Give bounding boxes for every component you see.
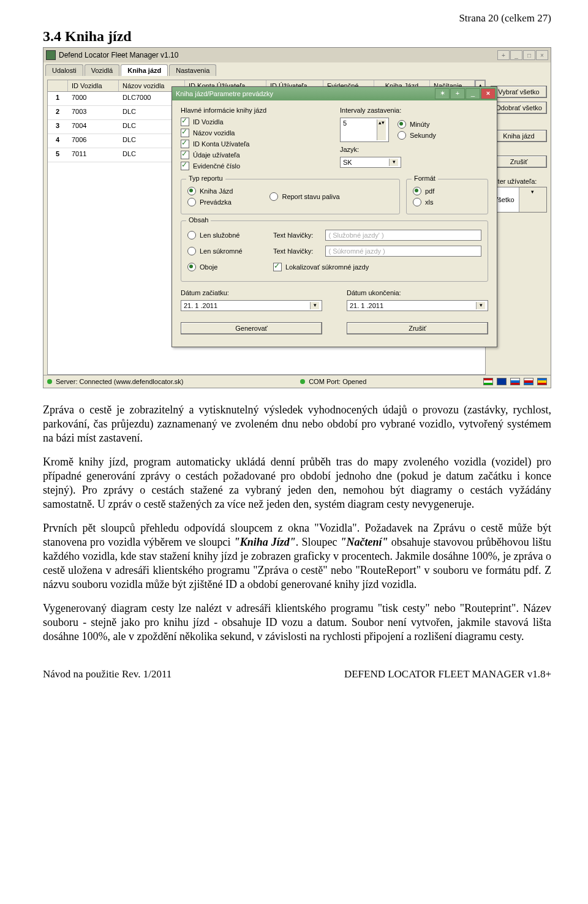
plus-window-button[interactable]: + xyxy=(497,50,510,60)
check-label: Názov vozidla xyxy=(193,129,235,137)
flag-hu-icon[interactable] xyxy=(483,378,493,385)
dialog-cancel-button[interactable]: Zrušiť xyxy=(347,322,488,334)
flag-ro-icon[interactable] xyxy=(537,378,547,385)
label-kniha-jazd: Kniha Jázd xyxy=(200,187,233,195)
maximize-button[interactable]: □ xyxy=(523,50,535,60)
date-start-label: Dátum začiatku: xyxy=(181,289,322,296)
filter-label: Filter užívateľa: xyxy=(491,178,547,185)
date-end-label: Dátum ukončenia: xyxy=(347,289,488,296)
radio-seconds[interactable] xyxy=(398,131,406,140)
check-údaje-užívateľa[interactable] xyxy=(181,151,189,159)
paragraph-3: Prvních pět sloupců přehledu odpovídá sl… xyxy=(43,521,551,592)
cancel-button[interactable]: Zrušiť xyxy=(491,156,547,168)
generate-button[interactable]: Generovať xyxy=(181,322,322,334)
format-legend: Formát xyxy=(412,175,438,182)
dialog-titlebar: Kniha jázd/Parametre prevádzky ✶ + _ × xyxy=(172,87,497,100)
intervals-label: Intervaly zastavenia: xyxy=(340,107,488,114)
filter-select[interactable]: < Všetko >▾ xyxy=(491,187,547,213)
footer-left: Návod na použitie Rev. 1/2011 xyxy=(43,668,172,680)
tab-udalosti[interactable]: Udalosti xyxy=(45,64,83,76)
col-blank[interactable] xyxy=(48,80,68,91)
radio-minutes[interactable] xyxy=(398,120,406,129)
header2-input[interactable]: ( Súkromné jazdy ) xyxy=(325,246,481,257)
radio-oboje[interactable] xyxy=(187,263,196,271)
outer-tabs: Udalosti Vozidlá Kniha jázd Nastavenia xyxy=(43,62,551,76)
fieldset-format: Formát pdf xls xyxy=(406,179,488,214)
lang-select[interactable]: SK▾ xyxy=(340,157,401,168)
lang-label: Jazyk: xyxy=(340,146,488,153)
close-button[interactable]: × xyxy=(536,50,548,60)
minimize-button[interactable]: _ xyxy=(510,50,522,60)
label-prevadzka: Prevádzka xyxy=(200,198,232,206)
check-label: Údaje užívateľa xyxy=(193,151,240,159)
header1-input[interactable]: ( Služobné jazdy' ) xyxy=(325,230,481,241)
titlebar: Defend Locator Fleet Manager v1.10 + _ □… xyxy=(43,48,551,62)
label-xls: xls xyxy=(425,198,433,206)
radio-xls[interactable] xyxy=(413,198,421,206)
dialog-minimize[interactable]: _ xyxy=(466,88,480,99)
paragraph-2: Kromě knihy jízd, program automaticky uk… xyxy=(43,455,551,511)
side-panel: Vybrať všetko Odobrať všetko Kniha jázd … xyxy=(491,80,547,375)
com-status-icon xyxy=(300,379,305,384)
flag-sk-icon[interactable] xyxy=(510,378,520,385)
check-label: ID Vozidla xyxy=(193,118,224,126)
kniha-jazd-button[interactable]: Kniha jázd xyxy=(491,130,547,142)
label-lokalizovat: Lokalizovať súkromné jazdy xyxy=(285,263,369,271)
radio-report-paliva[interactable] xyxy=(270,192,278,201)
dialog-winbutton-2[interactable]: + xyxy=(450,88,465,99)
paragraph-1: Zpráva o cestě je zobrazitelný a vytiskn… xyxy=(43,403,551,445)
footer-right: DEFEND LOCATOR FLEET MANAGER v1.8+ xyxy=(344,668,551,680)
interval-input[interactable]: 5▴▾ xyxy=(340,118,389,142)
tab-kniha-jazd[interactable]: Kniha jázd xyxy=(121,64,168,76)
app-title: Defend Locator Fleet Manager v1.10 xyxy=(59,51,178,59)
main-info-label: Hlavné informácie knihy jázd xyxy=(181,107,329,114)
check-label: Evidenčné číslo xyxy=(193,162,240,170)
paragraph-4: Vygenerovaný diagram cesty lze nalézt v … xyxy=(43,601,551,644)
fieldset-obsah: Obsah Len služobné Text hlavičky: ( Služ… xyxy=(181,220,488,282)
typ-legend: Typ reportu xyxy=(186,175,225,182)
label-len-sluzobne: Len služobné xyxy=(200,232,239,239)
radio-len-sukromne[interactable] xyxy=(187,247,196,255)
flag-uk-icon[interactable] xyxy=(497,378,507,385)
app-window: Defend Locator Fleet Manager v1.10 + _ □… xyxy=(43,47,551,388)
radio-len-sluzobne[interactable] xyxy=(187,231,196,239)
radio-pdf[interactable] xyxy=(413,187,421,195)
dialog-title: Kniha jázd/Parametre prevádzky xyxy=(176,90,273,97)
label-seconds: Sekundy xyxy=(410,132,436,139)
label-oboje: Oboje xyxy=(200,263,217,271)
label-pdf: pdf xyxy=(425,187,434,195)
server-status: Server: Connected (www.defendlocator.sk) xyxy=(56,378,184,385)
text-hlavicky-2: Text hlavičky: xyxy=(273,247,313,255)
radio-prevadzka[interactable] xyxy=(187,198,196,206)
check-názov-vozidla[interactable] xyxy=(181,129,189,137)
label-minutes: Minúty xyxy=(410,121,429,128)
dialog-winbutton-1[interactable]: ✶ xyxy=(435,88,450,99)
check-evidenčné-číslo[interactable] xyxy=(181,162,189,170)
flag-cz-icon[interactable] xyxy=(524,378,533,385)
select-all-button[interactable]: Vybrať všetko xyxy=(491,86,547,98)
deselect-all-button[interactable]: Odobrať všetko xyxy=(491,102,547,114)
statusbar: Server: Connected (www.defendlocator.sk)… xyxy=(43,375,551,388)
label-report-paliva: Report stavu paliva xyxy=(282,193,339,200)
page-number: Strana 20 (celkem 27) xyxy=(43,12,551,24)
tab-nastavenia[interactable]: Nastavenia xyxy=(169,64,216,76)
check-id-vozidla[interactable] xyxy=(181,118,189,126)
server-status-icon xyxy=(47,379,52,384)
check-label: ID Konta Užívateľa xyxy=(193,140,249,148)
radio-kniha-jazd[interactable] xyxy=(187,187,196,195)
report-params-dialog: Kniha jázd/Parametre prevádzky ✶ + _ × H… xyxy=(172,86,497,347)
fieldset-typ-reportu: Typ reportu Kniha Jázd Prevádzka Report … xyxy=(181,179,400,214)
app-icon xyxy=(46,50,56,60)
dialog-close[interactable]: × xyxy=(481,88,496,99)
check-id-konta-užívateľa[interactable] xyxy=(181,140,189,148)
section-heading: 3.4 Kniha jízd xyxy=(43,28,551,45)
date-end-input[interactable]: 21. 1 .2011▾ xyxy=(347,300,488,311)
com-status: COM Port: Opened xyxy=(309,378,366,385)
tab-vozidla[interactable]: Vozidlá xyxy=(85,64,119,76)
label-len-sukromne: Len súkromné xyxy=(200,247,243,255)
text-hlavicky-1: Text hlavičky: xyxy=(273,232,313,239)
check-lokalizovat[interactable] xyxy=(273,263,282,271)
date-start-input[interactable]: 21. 1 .2011▾ xyxy=(181,300,322,311)
col-id-vozidla[interactable]: ID Vozidla xyxy=(68,80,119,91)
vehicle-table: ID Vozidla Názov vozidla ID Konta Úžívat… xyxy=(47,80,486,375)
